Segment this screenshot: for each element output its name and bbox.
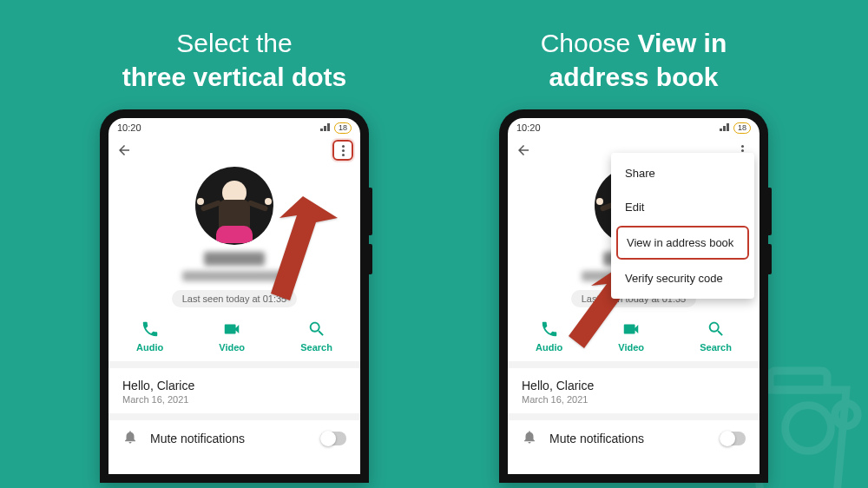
mute-row: Mute notifications (108, 420, 360, 457)
video-label: Video (618, 342, 644, 353)
topbar (108, 137, 360, 163)
mute-row: Mute notifications (508, 420, 760, 457)
menu-share[interactable]: Share (611, 156, 754, 190)
audio-call-button[interactable]: Audio (536, 320, 562, 353)
contact-actions: Audio Video Search (508, 320, 760, 353)
back-icon[interactable] (515, 142, 532, 159)
audio-label: Audio (536, 342, 562, 353)
status-bar: 10:20 18 (108, 118, 360, 137)
audio-label: Audio (136, 342, 163, 353)
mute-label: Mute notifications (549, 432, 707, 445)
bell-icon (122, 429, 138, 448)
phone-frame-right: 10:20 18 (499, 109, 768, 483)
caption-right-prefix: Choose (541, 29, 638, 57)
screen-right: 10:20 18 (508, 118, 760, 474)
status-bar: 10:20 18 (508, 118, 760, 137)
message-text: Hello, Clarice (522, 379, 746, 392)
caption-right-b2: address book (549, 63, 718, 91)
avatar[interactable] (195, 167, 273, 245)
contact-name (204, 252, 265, 266)
menu-edit[interactable]: Edit (611, 190, 754, 224)
battery-pill: 18 (733, 122, 751, 134)
phone-frame-left: 10:20 18 (100, 109, 369, 483)
caption-left: Select the three vertical dots (122, 26, 346, 94)
search-button[interactable]: Search (300, 320, 332, 353)
search-button[interactable]: Search (700, 320, 732, 353)
message-text: Hello, Clarice (122, 379, 346, 392)
caption-left-line2: three vertical dots (122, 63, 346, 91)
battery-pill: 18 (334, 122, 352, 134)
caption-left-line1: Select the (176, 29, 292, 57)
mute-label: Mute notifications (150, 432, 308, 445)
video-call-button[interactable]: Video (219, 320, 245, 353)
overflow-menu: Share Edit View in address book Verify s… (611, 153, 754, 299)
message-date: March 16, 2021 (122, 394, 346, 405)
contact-phone (182, 271, 286, 281)
kebab-menu-icon[interactable] (332, 140, 353, 161)
contact-actions: Audio Video Search (108, 320, 360, 353)
status-time: 10:20 (516, 122, 541, 133)
menu-verify-security-code[interactable]: Verify security code (611, 261, 754, 295)
status-right: 18 (320, 122, 352, 134)
mute-toggle[interactable] (720, 432, 746, 445)
last-seen: Last seen today at 01:35 (172, 290, 297, 307)
message-date: March 16, 2021 (522, 394, 746, 405)
status-right: 18 (720, 122, 751, 134)
signal-icon (720, 122, 730, 133)
step-right: Choose View in address book 10:20 18 (434, 0, 833, 483)
message-section[interactable]: Hello, Clarice March 16, 2021 (508, 368, 760, 420)
video-call-button[interactable]: Video (618, 320, 644, 353)
caption-right: Choose View in address book (541, 26, 727, 94)
bell-icon (522, 429, 537, 448)
step-left: Select the three vertical dots 10:20 18 (35, 0, 434, 483)
mute-toggle[interactable] (320, 432, 346, 445)
message-section[interactable]: Hello, Clarice March 16, 2021 (108, 368, 360, 420)
audio-call-button[interactable]: Audio (136, 320, 163, 353)
back-icon[interactable] (115, 142, 133, 159)
signal-icon (320, 122, 331, 133)
status-time: 10:20 (117, 122, 141, 133)
menu-view-in-address-book[interactable]: View in address book (616, 226, 749, 260)
search-label: Search (300, 342, 332, 353)
screen-left: 10:20 18 (108, 118, 360, 474)
video-label: Video (219, 342, 245, 353)
caption-right-b1: View in (637, 29, 727, 57)
profile-section: Last seen today at 01:35 Audio Video (108, 163, 360, 368)
search-label: Search (700, 342, 732, 353)
